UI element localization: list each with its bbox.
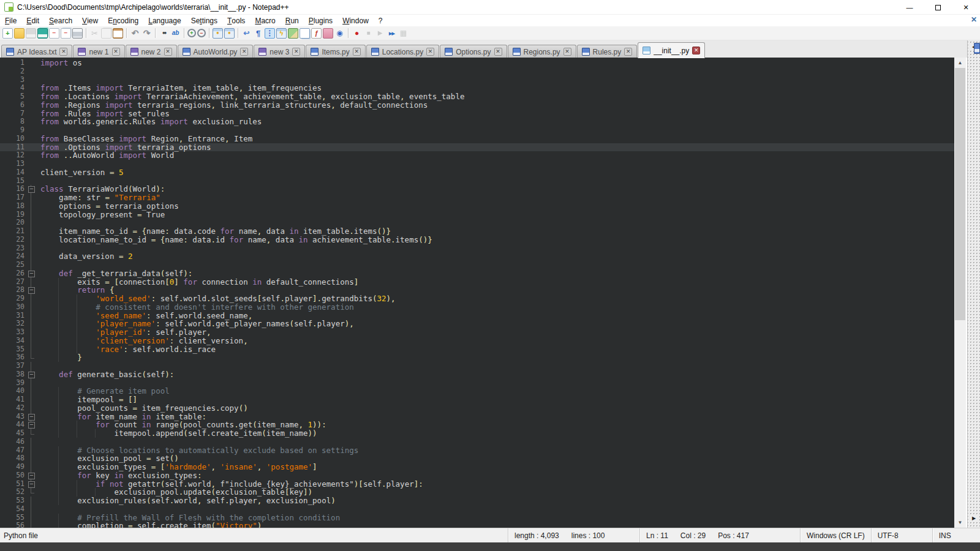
- vertical-scrollbar[interactable]: ▲ ▼: [954, 58, 966, 528]
- tab-close-icon[interactable]: ✕: [494, 48, 502, 56]
- user-defined-language-icon[interactable]: ϟ: [276, 28, 287, 39]
- code-line[interactable]: 48 exclusion_pool = set(): [0, 454, 954, 463]
- zoom-in-icon[interactable]: +: [187, 29, 196, 37]
- close-button[interactable]: ✕: [952, 0, 980, 15]
- fold-collapse-icon[interactable]: [24, 471, 38, 480]
- tab-close-icon[interactable]: ✕: [240, 48, 248, 56]
- document-map-icon[interactable]: [288, 28, 298, 39]
- word-wrap-icon[interactable]: ↩: [241, 28, 252, 39]
- code-line[interactable]: 38 def generate_basic(self):: [0, 370, 954, 379]
- fold-collapse-icon[interactable]: [24, 286, 38, 294]
- save-all-icon[interactable]: [37, 28, 48, 39]
- find-icon[interactable]: ●●: [159, 28, 169, 39]
- code-line[interactable]: 7from .Rules import set_rules: [0, 110, 954, 118]
- menu-tools[interactable]: Tools: [222, 15, 250, 26]
- macro-play-icon[interactable]: ▶: [375, 28, 385, 39]
- code-line[interactable]: 26 def _get_terraria_data(self):: [0, 269, 954, 278]
- code-line[interactable]: 8from worlds.generic.Rules import exclus…: [0, 118, 954, 126]
- code-line[interactable]: 41 itempool = []: [0, 395, 954, 404]
- tab-items-py[interactable]: Items.py✕: [306, 45, 365, 58]
- tab-autoworld-py[interactable]: AutoWorld.py✕: [178, 45, 254, 58]
- sync-vertical-scroll-icon[interactable]: ●: [213, 28, 223, 39]
- fold-collapse-icon[interactable]: [24, 370, 38, 379]
- code-line[interactable]: 35 'race': self.world.is_race: [0, 345, 954, 354]
- code-line[interactable]: 43 for item_name in item_table:: [0, 413, 954, 421]
- status-encoding[interactable]: UTF-8: [872, 528, 933, 543]
- monitoring-icon[interactable]: ◉: [334, 28, 345, 39]
- scroll-down-icon[interactable]: ▼: [954, 517, 966, 528]
- menu-help[interactable]: ?: [374, 15, 388, 26]
- menu-encoding[interactable]: Encoding: [103, 15, 143, 26]
- editor[interactable]: 1import os234from .Items import Terraria…: [0, 58, 954, 528]
- code-line[interactable]: 51 if not getattr(self.world, f"include_…: [0, 480, 954, 489]
- tab-close-icon[interactable]: ✕: [292, 48, 300, 56]
- maximize-button[interactable]: [924, 0, 952, 15]
- code-line[interactable]: 32 'player_name': self.world.get_player_…: [0, 320, 954, 328]
- code-line[interactable]: 40 # Generate item pool: [0, 387, 954, 395]
- code-line[interactable]: 36 }: [0, 353, 954, 362]
- code-line[interactable]: 49 exclusion_types = ['hardmode', 'insan…: [0, 463, 954, 471]
- tab-init-py[interactable]: __init__.py✕: [638, 42, 705, 58]
- code-line[interactable]: 55 # Prefill the Wall of Flesh with the …: [0, 514, 954, 522]
- tab-close-icon[interactable]: ✕: [164, 48, 172, 56]
- function-list-icon[interactable]: ƒ: [311, 28, 322, 39]
- save-icon[interactable]: [26, 28, 36, 39]
- tab-close-icon[interactable]: ✕: [112, 48, 120, 56]
- code-line[interactable]: 10from BaseClasses import Region, Entran…: [0, 135, 954, 143]
- code-line[interactable]: 34 'client_version': client_version,: [0, 337, 954, 345]
- fold-collapse-icon[interactable]: [24, 413, 38, 421]
- code-line[interactable]: 33 'player_id': self.player,: [0, 328, 954, 337]
- tab-close-icon[interactable]: ✕: [564, 48, 571, 56]
- code-line[interactable]: 18 options = terraria_options: [0, 202, 954, 211]
- menu-edit[interactable]: Edit: [21, 15, 44, 26]
- paste-icon[interactable]: [113, 28, 123, 39]
- panel-splitter[interactable]: ◀ ▶: [967, 40, 980, 528]
- tab-ap-ideas-txt[interactable]: AP Ideas.txt✕: [1, 45, 72, 58]
- code-line[interactable]: 37: [0, 362, 954, 370]
- code-line[interactable]: 9: [0, 126, 954, 135]
- code-line[interactable]: 22 location_name_to_id = {name: data.id …: [0, 236, 954, 244]
- code-line[interactable]: 29 'world_seed': self.world.slot_seeds[s…: [0, 294, 954, 303]
- copy-icon[interactable]: [101, 28, 111, 39]
- code-line[interactable]: 12from ..AutoWorld import World: [0, 151, 954, 160]
- macro-run-multiple-icon[interactable]: ▶▶: [386, 28, 397, 39]
- macro-record-icon[interactable]: ●: [352, 28, 362, 39]
- macro-save-icon[interactable]: ▦: [398, 28, 409, 39]
- status-insert-mode[interactable]: INS: [933, 528, 980, 543]
- code-line[interactable]: 17 game: str = "Terraria": [0, 193, 954, 202]
- macro-stop-icon[interactable]: ■: [363, 28, 374, 39]
- code-line[interactable]: 1import os: [0, 59, 954, 67]
- print-icon[interactable]: [72, 28, 83, 39]
- tab-rules-py[interactable]: Rules.py✕: [577, 45, 638, 58]
- undo-icon[interactable]: ↶: [130, 28, 140, 39]
- tab-regions-py[interactable]: Regions.py✕: [508, 45, 576, 58]
- tab-close-icon[interactable]: ✕: [692, 47, 700, 54]
- code-line[interactable]: 6from .Regions import terraria_regions, …: [0, 101, 954, 110]
- tab-new-3[interactable]: new 3✕: [254, 45, 305, 58]
- code-line[interactable]: 47 # Choose locations to automatically e…: [0, 446, 954, 455]
- tab-locations-py[interactable]: Locations.py✕: [366, 45, 439, 58]
- code-line[interactable]: 14client_version = 5: [0, 168, 954, 177]
- tab-new-2[interactable]: new 2✕: [126, 45, 177, 58]
- code-line[interactable]: 45 itempool.append(self.create_item(item…: [0, 429, 954, 438]
- code-line[interactable]: 15: [0, 177, 954, 186]
- replace-icon[interactable]: ab: [170, 28, 181, 39]
- menu-run[interactable]: Run: [281, 15, 304, 26]
- status-eol-format[interactable]: Windows (CR LF): [801, 528, 872, 543]
- code-line[interactable]: 4from .Items import TerrariaItem, item_t…: [0, 84, 954, 92]
- splitter-collapse-right-icon[interactable]: ▶: [970, 514, 978, 522]
- code-line[interactable]: 53 exclusion_rules(self.world, self.play…: [0, 497, 954, 505]
- show-all-characters-icon[interactable]: ¶: [253, 28, 263, 39]
- redo-icon[interactable]: ↷: [141, 28, 152, 39]
- code-line[interactable]: 31 'seed_name': self.world.seed_name,: [0, 312, 954, 320]
- menu-view[interactable]: View: [77, 15, 103, 26]
- menu-plugins[interactable]: Plugins: [304, 15, 337, 26]
- code-line[interactable]: 11from .Options import terraria_options: [0, 143, 954, 152]
- code-line[interactable]: 5from .Locations import TerrariaAchievem…: [0, 92, 954, 101]
- code-line[interactable]: 30 # consistent and doesn't interfere wi…: [0, 303, 954, 312]
- code-line[interactable]: 52 exclusion_pool.update(exclusion_table…: [0, 488, 954, 497]
- tab-close-icon[interactable]: ✕: [426, 48, 434, 56]
- document-list-icon[interactable]: [300, 28, 310, 39]
- indent-guide-icon[interactable]: ⋮: [265, 28, 275, 39]
- code-line[interactable]: 19 topology_present = True: [0, 211, 954, 219]
